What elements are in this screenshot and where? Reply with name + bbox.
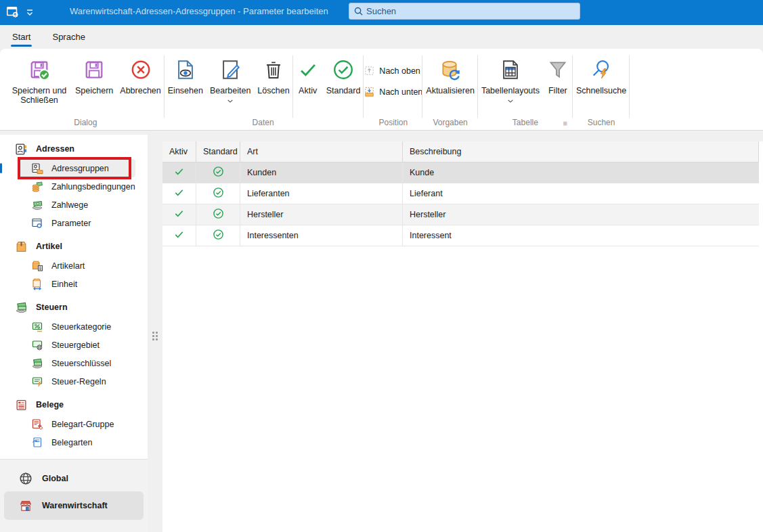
sidebar-item-belegarten[interactable]: Belegarten (20, 433, 135, 451)
sidebar-footer-global[interactable]: Global (4, 466, 144, 491)
column-header-art[interactable]: Art (240, 141, 403, 162)
ribbon-tabstrip: StartSprache (0, 25, 763, 49)
sidebar-item-artikelart[interactable]: Artikelart (20, 257, 135, 275)
sidebar-item-label: Artikelart (51, 261, 85, 271)
ribbon: Speichern und SchließenSpeichernAbbreche… (0, 49, 763, 131)
ribbon-button-label: Nach oben (379, 66, 420, 76)
sidebar-footer-warenwirtschaft[interactable]: Warenwirtschaft (4, 491, 144, 520)
table-row[interactable]: KundenKunde (162, 162, 759, 183)
tax-icon (15, 301, 28, 314)
package-icon (15, 240, 28, 253)
standard-cell (196, 204, 240, 225)
ribbon-group-daten: EinsehenBearbeitenLöschenDaten (165, 50, 293, 130)
table-row[interactable]: LieferantenLieferant (162, 183, 759, 204)
dialog-launcher-icon[interactable]: ≡ (563, 119, 567, 127)
sidebar-section-belege[interactable]: Belege (0, 395, 148, 415)
table-check-circle-icon (213, 187, 224, 200)
tab-start[interactable]: Start (11, 26, 32, 47)
sidebar-section-label: Belege (36, 400, 64, 409)
sidebar-item-zahlwege[interactable]: Zahlwege (20, 196, 135, 214)
save-icon (83, 58, 106, 81)
tab-sprache[interactable]: Sprache (51, 26, 86, 47)
view-icon (174, 58, 197, 81)
column-header-aktiv[interactable]: Aktiv (162, 141, 196, 162)
loschen-button[interactable]: Löschen (254, 56, 292, 98)
ribbon-group-dialog: Speichern und SchließenSpeichernAbbreche… (7, 50, 165, 130)
nach-unten-button[interactable]: Nach unten (364, 86, 422, 97)
ribbon-group-unlabeled: AktivStandard (293, 50, 364, 130)
splitter-handle[interactable] (148, 131, 162, 532)
ribbon-button-label: Speichern und Schließen (10, 86, 68, 105)
app-window-icon[interactable] (5, 5, 20, 20)
ribbon-button-label: Schnellsuche (576, 86, 626, 95)
sidebar-item-belegart-gruppe[interactable]: Belegart-Gruppe (20, 415, 135, 433)
ribbon-group-tabelle: TabellenlayoutsFilterTabelle≡ (478, 50, 573, 130)
store-icon (19, 499, 32, 512)
selection-accent-bar (0, 163, 2, 173)
sidebar-item-steuerschlussel[interactable]: Steuerschlüssel (20, 354, 135, 372)
sidebar-section-label: Artikel (36, 242, 62, 251)
ribbon-button-label: Bearbeiten (210, 86, 250, 95)
sidebar-section-label: Steuern (36, 303, 68, 312)
bearbeiten-button[interactable]: Bearbeiten (206, 56, 254, 108)
sidebar-item-steuergebiet[interactable]: Steuergebiet (20, 336, 135, 354)
document-group-icon (31, 418, 43, 430)
sidebar-item-steuerkategorie[interactable]: Steuerkategorie (20, 317, 135, 336)
aktiv-cell (162, 225, 196, 246)
sidebar-item-zahlungsbedingungen[interactable]: Zahlungsbedingungen (20, 177, 135, 196)
quick-search-icon (590, 58, 613, 81)
payment-methods-icon (31, 199, 43, 211)
sidebar-item-label: Zahlwege (51, 200, 88, 210)
search-input[interactable] (366, 6, 575, 16)
standard-cell (196, 183, 240, 204)
einsehen-button[interactable]: Einsehen (165, 56, 206, 98)
sidebar-section-artikel[interactable]: Artikel (0, 236, 148, 257)
standard-button[interactable]: Standard (323, 56, 364, 98)
sidebar-item-parameter[interactable]: Parameter (20, 214, 135, 232)
beschreibung-cell: Interessent (403, 225, 759, 246)
ribbon-button-label: Abbrechen (120, 86, 160, 95)
filter-button[interactable]: Filter (543, 56, 573, 98)
art-cell: Lieferanten (240, 183, 403, 204)
sidebar-section-adressen[interactable]: Adressen (0, 139, 148, 159)
abbrechen-button[interactable]: Abbrechen (116, 56, 164, 98)
chevron-down-icon[interactable] (24, 7, 35, 18)
table-row[interactable]: HerstellerHersteller (162, 204, 759, 225)
article-type-icon (31, 260, 43, 272)
column-header-standard[interactable]: Standard (196, 141, 240, 162)
sidebar-item-label: Steuerschlüssel (51, 359, 111, 368)
ribbon-group-label: Suchen (573, 118, 630, 127)
sidebar-item-steuer-regeln[interactable]: Steuer-Regeln (20, 372, 135, 391)
contact-card-icon (15, 143, 28, 156)
move-up-icon (364, 65, 375, 76)
art-cell: Hersteller (240, 204, 403, 225)
tabellenlayouts-button[interactable]: Tabellenlayouts (478, 56, 543, 108)
sidebar-item-label: Belegart-Gruppe (51, 420, 114, 429)
sidebar-footer-label: Global (42, 474, 68, 483)
filter-icon (546, 58, 569, 81)
sidebar-section-label: Adressen (36, 144, 74, 154)
speichern-button[interactable]: Speichern (72, 56, 116, 98)
speichern-und-schliessen-button[interactable]: Speichern und Schließen (7, 56, 72, 108)
table-row[interactable]: InteressentenInteressent (162, 225, 759, 246)
refresh-db-icon (439, 58, 462, 81)
table-check-circle-icon (213, 229, 224, 242)
aktualisieren-button[interactable]: Aktualisieren (422, 56, 478, 98)
column-header-beschreibung[interactable]: Beschreibung (403, 141, 759, 162)
parameter-icon (31, 217, 43, 229)
aktiv-button[interactable]: Aktiv (293, 56, 323, 98)
check-circle-icon (332, 58, 355, 81)
table-header-row: AktivStandardArtBeschreibung (162, 141, 759, 162)
payment-terms-icon (31, 181, 43, 193)
sidebar-item-adressgruppen[interactable]: Adressgruppen (20, 159, 135, 177)
sidebar-item-einheit[interactable]: Einheit (20, 275, 135, 293)
beschreibung-cell: Hersteller (403, 204, 759, 225)
sidebar-section-steuern[interactable]: Steuern (0, 297, 148, 317)
sidebar-item-label: Adressgruppen (51, 164, 109, 173)
chevron-down-icon (507, 96, 514, 106)
ribbon-button-label: Filter (548, 86, 567, 95)
standard-cell (196, 162, 240, 183)
search-box[interactable] (349, 3, 580, 20)
schnellsuche-button[interactable]: Schnellsuche (573, 56, 630, 98)
ribbon-group-label: Position (364, 118, 422, 127)
